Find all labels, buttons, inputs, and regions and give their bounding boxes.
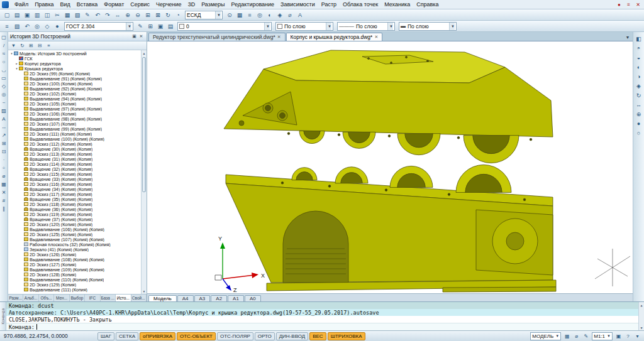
point-icon[interactable]: · bbox=[1, 156, 8, 164]
tree-item[interactable]: Выдавливание (97) (Копия) (Копия) bbox=[8, 106, 141, 111]
expand-arrow-icon[interactable]: ▾ bbox=[9, 51, 14, 55]
expand-arrow-icon[interactable]: ▸ bbox=[14, 62, 19, 65]
tree-item[interactable]: Вращение (35) (Копия) (Копия) bbox=[8, 197, 141, 202]
undo-icon[interactable]: ↶ bbox=[92, 10, 103, 19]
expand-arrow-icon[interactable]: ▾ bbox=[14, 67, 19, 70]
paper-model-icon[interactable]: ▦ bbox=[562, 332, 572, 340]
status-toggle-button[interactable]: ОТС-ОБЪЕКТ bbox=[177, 332, 216, 340]
tree-item[interactable]: 2D Эскиз (118) (Копия) (Копия) bbox=[8, 202, 141, 207]
hatch-icon[interactable]: ▨ bbox=[1, 107, 8, 115]
grid-icon[interactable]: ▦ bbox=[235, 10, 245, 19]
tree-item[interactable]: 2D Эскиз (112) (Копия) (Копия) bbox=[8, 141, 141, 146]
polygon-icon[interactable]: ◇ bbox=[1, 82, 8, 90]
layer-manager-icon[interactable]: ≡ bbox=[2, 21, 12, 31]
tree-item[interactable]: Выдавливание (108) (Копия) (Копия) bbox=[8, 257, 141, 262]
lineweight-combo[interactable]: ▬ По слою ▼ bbox=[399, 22, 457, 31]
tree-item[interactable]: Вращение (31) (Копия) (Копия) bbox=[8, 156, 141, 161]
tree-item[interactable]: Выдавливание (98) (Копия) (Копия) bbox=[8, 116, 141, 121]
tree-item[interactable]: 2D Эскиз (126) (Копия) bbox=[8, 252, 141, 257]
close-tab-icon[interactable]: ✕ bbox=[277, 35, 281, 40]
menu-item[interactable]: Редактирование bbox=[228, 1, 278, 8]
menu-item[interactable]: 3D bbox=[185, 1, 199, 8]
measure-icon[interactable]: ⌀ bbox=[285, 10, 295, 19]
tree-item[interactable]: 2D Эскиз (113) (Копия) (Копия) bbox=[8, 151, 141, 156]
new-file-icon[interactable]: ▢ bbox=[2, 10, 12, 19]
status-toggle-button[interactable]: оПРИВЯЗКА bbox=[140, 332, 175, 340]
menu-item[interactable]: Вид bbox=[57, 1, 74, 8]
tree-item[interactable]: 2D Эскиз (120) (Копия) (Копия) bbox=[8, 222, 141, 227]
close-tab-icon[interactable]: ✕ bbox=[374, 35, 378, 40]
tree-item[interactable]: ▾ Крышка редуктора bbox=[8, 66, 141, 71]
view-options-icon[interactable]: ≡ bbox=[45, 42, 53, 50]
region-icon[interactable]: ▦ bbox=[1, 180, 8, 188]
tree-item[interactable]: 2D Эскиз (111) (Копия) (Копия) bbox=[8, 131, 141, 136]
menu-item[interactable]: Сервис bbox=[127, 1, 153, 8]
zoom-out-icon[interactable]: ⊖ bbox=[133, 10, 143, 19]
panel-tab[interactable]: IFC bbox=[85, 295, 100, 301]
right-view-icon[interactable]: ◑ bbox=[634, 72, 643, 81]
redo-icon[interactable]: ↷ bbox=[103, 10, 113, 19]
annotation-icon[interactable]: ✎ bbox=[581, 332, 591, 340]
leader-icon[interactable]: ↗ bbox=[1, 131, 8, 139]
tree-item[interactable]: 2D Эскиз (115) (Копия) (Копия) bbox=[8, 171, 141, 176]
spline-icon[interactable]: ~ bbox=[1, 99, 8, 107]
status-help-icon[interactable]: ? bbox=[623, 332, 633, 340]
color-combo[interactable]: По слою ▼ bbox=[275, 22, 333, 31]
tree-item[interactable]: Выдавливание (110) (Копия) (Копия) bbox=[8, 277, 141, 282]
text-tool-icon[interactable]: A bbox=[295, 10, 305, 19]
tree-item[interactable]: 2D Эскиз (106) (Копия) bbox=[8, 111, 141, 116]
notifications-icon[interactable]: ● bbox=[615, 1, 623, 8]
left-view-icon[interactable]: ◐ bbox=[634, 62, 643, 72]
layer-combo[interactable]: 0 ▼ bbox=[177, 22, 272, 31]
tree-item[interactable]: Выдавливание (111) (Копия) bbox=[8, 287, 141, 292]
offset-icon[interactable]: ∥ bbox=[1, 205, 8, 213]
tree-item[interactable]: Вращение (37) (Копия) (Копия) bbox=[8, 217, 141, 222]
menu-item[interactable]: Растр bbox=[318, 1, 340, 8]
line-icon[interactable]: / bbox=[1, 41, 8, 50]
close-panel-icon[interactable]: ✕ bbox=[634, 1, 642, 8]
document-tab[interactable]: Корпус и крышка редуктора.dwg* ✕ bbox=[286, 33, 383, 41]
menu-item[interactable]: Черчение bbox=[153, 1, 185, 8]
format-painter-icon[interactable]: ✎ bbox=[82, 10, 92, 19]
tree-item[interactable]: Выдавливание (91) (Копия) (Копия) bbox=[8, 76, 141, 81]
scale-combo[interactable]: М1:1 ▼ bbox=[592, 332, 613, 340]
tree-item[interactable]: Выдавливание (94) (Копия) (Копия) bbox=[8, 96, 141, 101]
circle-icon[interactable]: ○ bbox=[1, 58, 8, 66]
status-toggle-button[interactable]: ВЕС bbox=[309, 332, 326, 340]
command-scrollbar[interactable]: ▲ ▼ bbox=[638, 302, 644, 330]
tree-item[interactable]: 2D Эскиз (102) (Копия) bbox=[8, 91, 141, 96]
print-icon[interactable]: ▥ bbox=[32, 10, 42, 19]
layout-tab[interactable]: А1 bbox=[228, 295, 244, 301]
layer-isolate-icon[interactable]: ◎ bbox=[32, 21, 42, 31]
layout-tab[interactable]: А2 bbox=[211, 295, 227, 301]
tree-item[interactable]: Рабочая плоскость (32) (Копия) (Копия) bbox=[8, 242, 141, 247]
table-style-icon[interactable]: ⊞ bbox=[145, 21, 155, 31]
lock-icon[interactable]: ▣ bbox=[614, 332, 623, 340]
status-toggle-button[interactable]: ШАГ bbox=[97, 332, 114, 340]
tab-list-dropdown-icon[interactable]: ▼ bbox=[624, 33, 631, 41]
menu-item[interactable]: Размеры bbox=[198, 1, 228, 8]
menu-item[interactable]: Формат bbox=[101, 1, 127, 8]
shade-icon[interactable]: ◐ bbox=[265, 10, 275, 19]
tree-scrollbar[interactable]: ▲ ▼ bbox=[141, 50, 147, 294]
osnap-icon[interactable]: ⊙ bbox=[225, 10, 235, 19]
draw-order-icon[interactable]: ▤ bbox=[165, 21, 175, 31]
zoom-extents-icon[interactable]: ⊠ bbox=[153, 10, 163, 19]
explode-icon[interactable]: # bbox=[1, 197, 8, 205]
layers-icon[interactable]: ≡ bbox=[245, 10, 255, 19]
tree-item[interactable]: 2D Эскиз (114) (Копия) (Копия) bbox=[8, 161, 141, 166]
tree-item[interactable]: ▸ Корпус редуктора bbox=[8, 61, 141, 66]
tree-item[interactable]: ▾ Модель: История 3D построений bbox=[8, 51, 141, 56]
top-view-icon[interactable]: ◓ bbox=[634, 43, 643, 53]
zoom-window-icon[interactable]: ⊞ bbox=[143, 10, 153, 19]
copy-icon[interactable]: ▦ bbox=[62, 10, 72, 19]
filter-icon[interactable]: ▼ bbox=[9, 42, 18, 50]
gearbox-housing-model[interactable] bbox=[226, 165, 556, 292]
menu-item[interactable]: Файл bbox=[11, 1, 31, 8]
tree-item[interactable]: Выдавливание (109) (Копия) (Копия) bbox=[8, 267, 141, 272]
tree-item[interactable]: 2D Эскиз (117) (Копия) (Копия) bbox=[8, 192, 141, 197]
tree-item[interactable]: Выдавливание (106) (Копия) (Копия) bbox=[8, 227, 141, 232]
layout-tab[interactable]: А3 bbox=[194, 295, 211, 301]
panel-tab[interactable]: Объ... bbox=[39, 295, 54, 301]
tree-item[interactable]: ГСК bbox=[8, 56, 141, 61]
